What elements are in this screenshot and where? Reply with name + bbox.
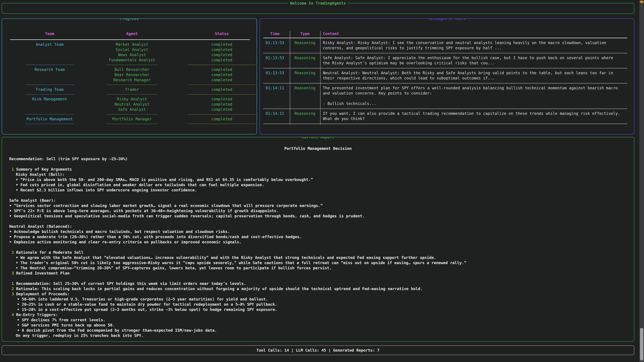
messages-table: Time Type Content 01:13:53 Reasoning [260,31,634,125]
footer-stats: Tool Calls: 14 | LLM Calls: 45 | Generat… [2,346,634,355]
terminal-content: Welcome to TradingAgents Progress Team A… [2,3,634,355]
message-time: 01:14:11 [260,111,290,121]
message-content-line: If you want, I can also provide a tactic… [323,111,620,121]
agent-name: Bear Researcher [106,72,158,77]
scrollbar-marker-icon [640,1,644,3]
report-panel-title: Current Report [299,137,336,140]
agent-name: Fundamentals Analyst [106,57,158,63]
list-number: 1 [9,167,14,172]
status-value: completed [187,77,256,83]
status-value: completed [187,107,256,112]
column-header-status: Status [187,31,256,36]
team-name: Risk Management [24,96,75,112]
progress-panel-title: Progress [118,18,141,21]
message-row: 01:13:53 Reasoning Risky Analyst: Risky … [260,38,634,53]
team-name: Portfolio Management [24,116,75,122]
header-separator [10,39,250,40]
status-value: completed [187,116,256,122]
agent-list: Bull ResearcherBear ResearcherResearch M… [106,67,158,83]
message-type: Reasoning [290,55,320,66]
status-value: completed [187,52,256,57]
column-header-type: Type [290,31,320,36]
report-line-text: Safe Analyst (Bear): [9,198,56,203]
agent-list: Portfolio Manager [106,116,158,122]
agent-name: Bull Researcher [106,67,158,72]
progress-table: Team Agent Status Analys [2,19,256,124]
column-header-agent: Agent [106,31,158,36]
report-line-text: Summary of Key Arguments [16,167,72,171]
report-line-text: SPY declines 7% from current levels. [17,318,105,322]
progress-group: Research Team Bull ResearcherBear Resear… [2,67,256,85]
report-line: Propose a moderate trim (20–30%) rather … [2,234,634,240]
status-list: completed [187,116,256,122]
report-line [2,276,634,281]
current-report-panel: Current Report Portfolio Management Deci… [2,137,634,342]
message-type: Reasoning [290,40,320,51]
report-line-text: Neutral Analyst (Balanced): [9,224,72,229]
report-line-text: “Price is above both the 50- and 200-day… [16,177,313,182]
report-line-text: Rationale for a Moderate Sell [16,250,84,255]
status-list: completed [187,87,256,92]
message-content-line: - Bullish technicals... [323,101,620,106]
group-separator [2,114,256,114]
messages-panel-title: Messages & Tools [426,18,468,21]
row-separator [263,124,627,124]
list-number: 1 [9,281,14,286]
report-line [2,219,634,224]
status-value: completed [187,47,256,52]
report-lines: 1Summary of Key Arguments Risky Analyst … [2,167,634,338]
report-line-text: “Services sector contraction and slowing… [9,203,323,208]
message-content-lines: Risky Analyst: Risky Analyst: I see the … [323,40,634,51]
report-line-text: The trader’s original 50% cut is likely … [16,261,466,265]
progress-group: Trading Team Trader completed [2,87,256,94]
report-line-text: We agree with the Safe Analyst that “ele… [16,255,436,260]
welcome-title: Welcome to TradingAgents [288,1,348,6]
group-separator [2,94,256,94]
progress-panel: Progress Team Agent Status [2,18,257,134]
report-line: Safe Analyst (Bear): [2,198,634,203]
message-type: Reasoning [290,85,320,106]
report-line: 50–60% into laddered U.S. Treasuries or … [2,297,634,302]
message-content-line: Safe Analyst: Safe Analyst: I appreciate… [323,55,620,66]
message-content-line [323,96,620,101]
group-separator [2,65,256,65]
column-header-time: Time [260,31,290,36]
message-row: 01:13:53 Reasoning Safe Analyst: Safe An… [260,53,634,68]
report-line-text: The Neutral compromise—“trimming 20–30%”… [16,266,332,270]
message-time: 01:13:53 [260,40,290,51]
report-line-text: Propose a moderate trim (20–30%) rather … [9,235,302,239]
team-name: Analyst Team [24,42,75,63]
footer-stats-panel: Tool Calls: 14 | LLM Calls: 45 | Generat… [2,346,634,355]
report-line: “Services sector contraction and slowing… [2,203,634,208]
report-line: S&P services PMI turns back up above 50. [2,323,634,328]
report-line: Fed cuts priced in, global disinflation … [2,182,634,188]
column-header-team: Team [24,31,75,36]
report-line-text: Risky Analyst (Bull): [16,172,64,177]
message-content: Neutral Analyst: Neutral Analyst: Both t… [320,70,634,81]
report-line-text: Rationale: This scaling back locks in pa… [16,287,422,291]
scrollbar-track[interactable] [639,0,644,362]
agent-list: Risky AnalystNeutral AnalystSafe Analyst [106,96,158,112]
report-line-text: 15–20% in a cost-effective put spread (2… [17,307,277,312]
message-content-lines: Neutral Analyst: Neutral Analyst: Both t… [323,70,634,81]
group-separator [2,85,256,85]
scrollbar-thumb[interactable] [640,328,643,361]
list-number: 3 [9,292,14,297]
agent-name: Market Analyst [106,42,158,47]
messages-table-header: Time Type Content [260,31,634,36]
report-line: Geopolitical tensions and speculative so… [2,214,634,219]
report-line: Acknowledge bullish technicals and macro… [2,229,634,234]
status-value: completed [187,87,256,92]
message-type: Reasoning [290,111,320,121]
report-line: Recent $2.3 billion inflows into SPY und… [2,188,634,193]
report-line: 20–25% in cash or a stable-value fund to… [2,302,634,307]
report-line-text: Acknowledge bullish technicals and macro… [9,229,230,234]
agent-name: Risky Analyst [106,96,158,102]
message-content-lines: The presented investment plan for SPY of… [323,85,634,106]
messages-panel: Messages & Tools Time Type Content 01 [260,18,634,134]
progress-group: Portfolio Management Portfolio Manager c… [2,116,256,124]
status-value: completed [187,67,256,72]
report-line: The Neutral compromise—“trimming 20–30%”… [2,266,634,271]
report-line-text: Re-Entry Triggers: [16,313,58,317]
status-list: completedcompletedcompletedcompleted [187,42,256,63]
